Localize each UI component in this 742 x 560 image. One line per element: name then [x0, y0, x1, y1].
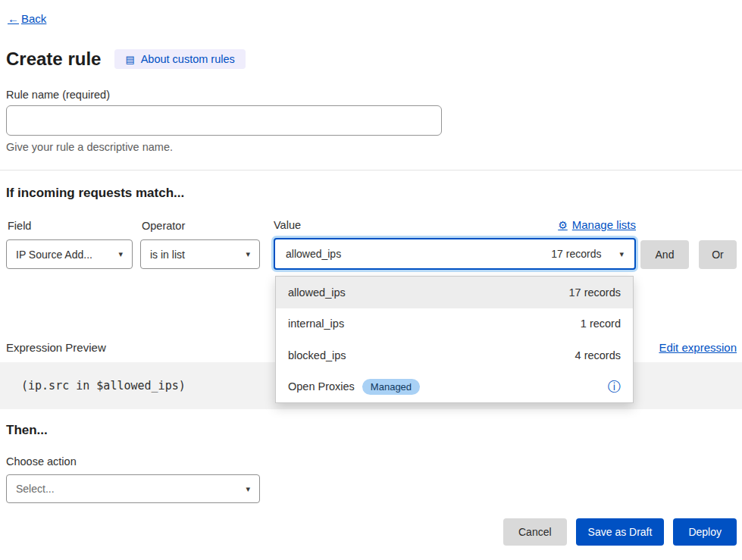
- manage-lists-link[interactable]: ⚙ Manage lists: [558, 218, 636, 231]
- field-select[interactable]: IP Source Add... ▾: [6, 239, 133, 269]
- cancel-button[interactable]: Cancel: [503, 518, 567, 546]
- chevron-down-icon: ▾: [246, 485, 250, 493]
- manage-lists-label: Manage lists: [572, 218, 636, 231]
- or-button[interactable]: Or: [699, 240, 737, 269]
- list-item-name: internal_ips: [288, 318, 344, 330]
- chevron-down-icon: ▾: [619, 250, 624, 258]
- save-as-draft-button[interactable]: Save as Draft: [576, 518, 665, 546]
- list-item-allowed-ips[interactable]: allowed_ips 17 records: [276, 277, 633, 308]
- create-rule-page: ← Back Create rule ▤ About custom rules …: [0, 0, 742, 560]
- footer-actions: Cancel Save as Draft Deploy: [503, 518, 737, 546]
- back-arrow-icon: ←: [8, 12, 19, 25]
- action-select[interactable]: Select... ▾: [6, 474, 260, 503]
- list-item-name: Open Proxies: [288, 380, 355, 393]
- gear-icon: ⚙: [558, 219, 568, 231]
- rule-name-label: Rule name (required): [6, 89, 110, 101]
- list-dropdown: allowed_ips 17 records internal_ips 1 re…: [275, 276, 634, 403]
- field-selected-value: IP Source Add...: [16, 249, 92, 261]
- edit-expression-link[interactable]: Edit expression: [659, 341, 737, 354]
- field-label: Field: [8, 220, 31, 232]
- match-section-heading: If incoming requests match...: [6, 186, 184, 201]
- operator-select[interactable]: is in list ▾: [140, 239, 260, 269]
- about-custom-rules-label: About custom rules: [141, 53, 235, 65]
- list-item-records: 4 records: [575, 349, 621, 361]
- list-item-open-proxies[interactable]: Open Proxies Managed ⓘ: [276, 371, 633, 403]
- deploy-button[interactable]: Deploy: [673, 518, 737, 546]
- back-label: Back: [21, 12, 46, 25]
- operator-label: Operator: [142, 220, 185, 232]
- back-link[interactable]: ← Back: [8, 12, 46, 25]
- expression-code: (ip.src in $allowed_ips): [21, 379, 186, 393]
- rule-name-help: Give your rule a descriptive name.: [6, 141, 173, 153]
- chevron-down-icon: ▾: [118, 250, 123, 258]
- list-item-records: 17 records: [568, 286, 621, 299]
- info-icon[interactable]: ⓘ: [608, 380, 621, 393]
- list-item-internal-ips[interactable]: internal_ips 1 record: [276, 308, 633, 340]
- list-item-name: blocked_ips: [288, 349, 346, 361]
- list-item-blocked-ips[interactable]: blocked_ips 4 records: [276, 339, 633, 371]
- value-header: Value ⚙ Manage lists: [274, 218, 636, 231]
- value-selected-value: allowed_ips: [286, 248, 341, 260]
- rule-name-input[interactable]: [6, 105, 442, 136]
- section-divider: [0, 170, 742, 171]
- list-item-name: allowed_ips: [288, 286, 346, 299]
- then-section-heading: Then...: [6, 423, 48, 438]
- chevron-down-icon: ▾: [246, 250, 250, 258]
- and-button[interactable]: And: [640, 240, 689, 269]
- operator-selected-value: is in list: [150, 249, 185, 261]
- value-records-count: 17 records: [551, 248, 601, 260]
- book-icon: ▤: [125, 54, 134, 65]
- value-label: Value: [274, 219, 301, 231]
- action-placeholder: Select...: [16, 483, 55, 495]
- about-custom-rules-link[interactable]: ▤ About custom rules: [114, 49, 245, 69]
- page-title: Create rule: [6, 48, 101, 70]
- managed-badge: Managed: [362, 379, 420, 395]
- expression-preview-label: Expression Preview: [6, 341, 106, 354]
- value-select[interactable]: allowed_ips 17 records ▾: [274, 238, 636, 270]
- choose-action-label: Choose action: [6, 455, 77, 468]
- title-row: Create rule ▤ About custom rules: [6, 48, 246, 70]
- list-item-records: 1 record: [581, 318, 621, 330]
